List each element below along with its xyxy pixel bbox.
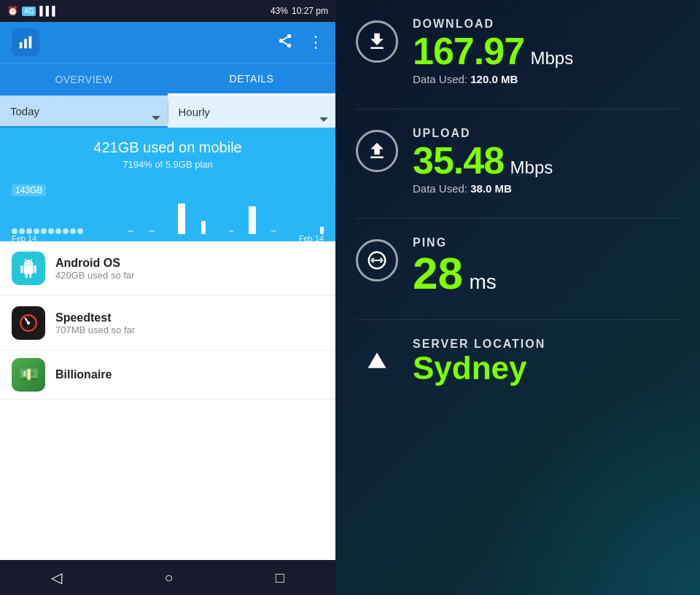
server-label: SERVER LOCATION bbox=[413, 338, 545, 351]
upload-label: UPLOAD bbox=[413, 127, 553, 140]
status-bar: ⏰ 4G ▌▌▌ 43% 10:27 pm bbox=[0, 0, 335, 22]
chart-dot bbox=[70, 228, 76, 234]
list-item[interactable]: Speedtest 707MB used so far bbox=[0, 296, 335, 351]
app-info-speedtest: Speedtest 707MB used so far bbox=[55, 311, 324, 335]
svg-point-4 bbox=[279, 39, 284, 43]
chart-bars bbox=[12, 201, 324, 234]
chart-area: 143GB bbox=[0, 183, 335, 241]
upload-value: 35.48 bbox=[413, 139, 504, 182]
ping-section: PING 28 ms bbox=[356, 236, 680, 296]
ping-value: 28 bbox=[413, 248, 463, 298]
filter-row: Today Hourly bbox=[0, 96, 335, 128]
alarm-icon: ⏰ bbox=[7, 6, 18, 16]
divider-3 bbox=[356, 319, 680, 320]
share-icon[interactable] bbox=[277, 33, 293, 52]
chart-dash bbox=[128, 230, 133, 232]
app-toolbar: ⋮ bbox=[0, 22, 335, 63]
app-list: Android OS 420GB used so far Speedtest 7… bbox=[0, 241, 335, 560]
divider-1 bbox=[356, 109, 680, 109]
divider-2 bbox=[356, 218, 680, 219]
chart-dot bbox=[26, 228, 32, 234]
app-name-billionaire: Billionaire bbox=[55, 368, 324, 381]
usage-section: 421GB used on mobile 7194% of 5.9GB plan bbox=[0, 128, 335, 183]
chart-bar-tiny bbox=[320, 227, 324, 234]
download-info: DOWNLOAD 167.97 Mbps Data Used: 120.0 MB bbox=[413, 18, 573, 85]
app-info-billionaire: Billionaire bbox=[55, 368, 324, 381]
svg-rect-0 bbox=[20, 42, 23, 48]
upload-data-used: Data Used: 38.0 MB bbox=[413, 182, 553, 195]
signal-icon: ▌▌▌ bbox=[39, 6, 58, 16]
right-panel: DOWNLOAD 167.97 Mbps Data Used: 120.0 MB… bbox=[335, 0, 700, 595]
ping-icon-circle bbox=[356, 239, 398, 281]
chart-bar-short bbox=[201, 221, 206, 234]
ping-unit: ms bbox=[469, 271, 496, 293]
download-label: DOWNLOAD bbox=[413, 18, 573, 31]
upload-section: UPLOAD 35.48 Mbps Data Used: 38.0 MB bbox=[356, 127, 680, 195]
chart-bar-tall1 bbox=[178, 203, 185, 234]
download-value-row: 167.97 Mbps bbox=[413, 32, 573, 70]
billionaire-icon: 💵 bbox=[12, 358, 45, 392]
home-button[interactable]: ○ bbox=[164, 569, 173, 586]
app-name-speedtest: Speedtest bbox=[55, 311, 324, 324]
chart-dash bbox=[149, 230, 155, 232]
chart-dot bbox=[77, 228, 83, 234]
chart-labels: Feb 14 Feb 14 bbox=[12, 234, 324, 243]
download-section: DOWNLOAD 167.97 Mbps Data Used: 120.0 MB bbox=[356, 18, 680, 85]
svg-rect-1 bbox=[24, 39, 27, 48]
nav-bar: ◁ ○ □ bbox=[0, 560, 335, 595]
chart-dash bbox=[271, 230, 276, 232]
time-display: 10:27 pm bbox=[292, 6, 328, 16]
app-icon bbox=[12, 28, 39, 56]
server-icon-circle bbox=[356, 341, 398, 383]
server-info: SERVER LOCATION Sydney bbox=[413, 338, 545, 384]
server-section: SERVER LOCATION Sydney bbox=[356, 338, 680, 384]
tabs: Overview Details bbox=[0, 63, 335, 96]
filter-hourly[interactable]: Hourly bbox=[168, 96, 336, 128]
chart-bar-tall2 bbox=[249, 206, 256, 234]
app-name-android: Android OS bbox=[55, 257, 324, 270]
back-button[interactable]: ◁ bbox=[51, 569, 62, 586]
more-icon[interactable]: ⋮ bbox=[308, 33, 324, 52]
app-usage-speedtest: 707MB used so far bbox=[55, 324, 324, 335]
chart-dot bbox=[19, 228, 25, 234]
filter-today[interactable]: Today bbox=[0, 96, 168, 128]
chart-dot bbox=[55, 228, 61, 234]
status-bar-left: ⏰ 4G ▌▌▌ bbox=[7, 6, 58, 16]
gb-label: 143GB bbox=[12, 184, 46, 196]
svg-point-3 bbox=[287, 34, 292, 38]
upload-info: UPLOAD 35.48 Mbps Data Used: 38.0 MB bbox=[413, 127, 553, 195]
network-icon: 4G bbox=[22, 7, 36, 16]
upload-value-row: 35.48 Mbps bbox=[413, 141, 553, 179]
download-value: 167.97 bbox=[413, 30, 524, 72]
chart-dot bbox=[48, 228, 54, 234]
ping-info: PING 28 ms bbox=[413, 236, 497, 296]
svg-point-9 bbox=[27, 322, 30, 324]
tab-overview[interactable]: Overview bbox=[0, 63, 168, 96]
chart-dot bbox=[34, 228, 39, 234]
ping-value-row: 28 ms bbox=[413, 251, 497, 296]
chart-dot bbox=[41, 228, 47, 234]
app-info-android: Android OS 420GB used so far bbox=[55, 257, 324, 281]
chart-dot bbox=[63, 228, 69, 234]
chart-dash bbox=[229, 230, 233, 232]
speedtest-icon bbox=[12, 306, 45, 340]
tab-details[interactable]: Details bbox=[168, 63, 335, 96]
svg-line-6 bbox=[283, 42, 287, 44]
download-unit: Mbps bbox=[531, 48, 574, 68]
chart-dot bbox=[12, 228, 18, 234]
recent-button[interactable]: □ bbox=[276, 569, 284, 586]
status-bar-right: 43% 10:27 pm bbox=[271, 6, 328, 16]
toolbar-actions: ⋮ bbox=[277, 33, 324, 52]
download-data-used: Data Used: 120.0 MB bbox=[413, 73, 573, 85]
chart-date-left: Feb 14 bbox=[12, 234, 36, 243]
svg-line-7 bbox=[283, 36, 287, 39]
server-value: Sydney bbox=[413, 352, 545, 384]
list-item[interactable]: Android OS 420GB used so far bbox=[0, 241, 335, 296]
chart-date-right: Feb 14 bbox=[299, 234, 324, 243]
usage-title: 421GB used on mobile bbox=[12, 139, 324, 156]
usage-subtitle: 7194% of 5.9GB plan bbox=[12, 159, 324, 170]
svg-point-5 bbox=[287, 43, 292, 47]
list-item[interactable]: 💵 Billionaire bbox=[0, 351, 335, 400]
upload-unit: Mbps bbox=[510, 158, 553, 177]
download-icon-circle bbox=[356, 20, 398, 63]
